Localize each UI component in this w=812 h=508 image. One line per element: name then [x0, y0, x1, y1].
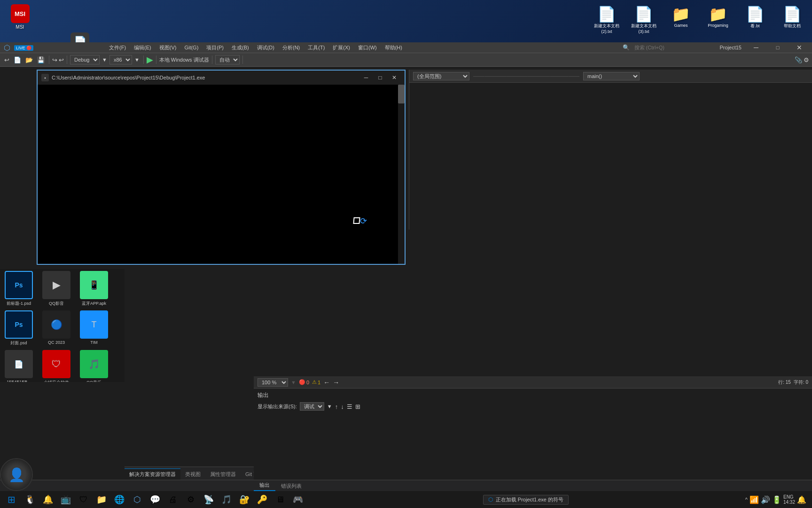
- taskbar-vscode[interactable]: ⬡: [129, 492, 146, 507]
- desktop-icons-right: 📄 新建文本文档(2).txt 📄 新建文本文档(3).txt 📁 Games …: [577, 0, 812, 39]
- tab-errors[interactable]: 错误列表: [275, 481, 307, 491]
- thumb-15e4[interactable]: 📄 15E4E1EB...: [0, 348, 38, 382]
- menu-view[interactable]: 视图(V): [156, 43, 180, 52]
- minimize-window-btn[interactable]: ─: [745, 42, 767, 53]
- error-icon: 🔴: [299, 379, 305, 385]
- start-button[interactable]: ⊞: [2, 492, 21, 507]
- output-toolbar-btn1[interactable]: ↑: [335, 403, 338, 410]
- scope-select[interactable]: (全局范围): [413, 72, 469, 80]
- desktop-icon-kandot[interactable]: 📄 看.bt: [739, 3, 772, 36]
- menu-build[interactable]: 生成(B): [228, 43, 253, 52]
- console-minimize-btn[interactable]: ─: [359, 73, 373, 82]
- thumb-huorong[interactable]: 🛡 火绒安全软件: [38, 348, 75, 382]
- menu-window[interactable]: 窗口(W): [354, 43, 381, 52]
- toolbar-attach-btn[interactable]: 📎: [795, 56, 802, 64]
- menu-edit[interactable]: 编辑(E): [130, 43, 155, 52]
- desktop-icon-games[interactable]: 📁 Games: [664, 3, 697, 36]
- taskbar-file[interactable]: 📁: [93, 492, 110, 507]
- tab-property[interactable]: 属性管理器: [205, 469, 241, 480]
- output-toolbar-btn2[interactable]: ↓: [341, 403, 344, 410]
- thumb-fengmian[interactable]: Ps 封面.psd: [0, 309, 38, 348]
- thumb-psd[interactable]: Ps 前标题-1.psd: [0, 269, 38, 309]
- desktop-icon-progaming[interactable]: 📁 Progaming: [702, 3, 734, 36]
- console-close-btn[interactable]: ✕: [388, 73, 401, 82]
- menu-help[interactable]: 帮助(H): [381, 43, 406, 52]
- taskbar-network[interactable]: 📡: [200, 492, 217, 507]
- warning-badge: ⚠ 1: [312, 379, 320, 385]
- play-debugger-btn[interactable]: ▶: [147, 55, 153, 65]
- zoom-select[interactable]: 100 %: [258, 378, 288, 387]
- tab-classview[interactable]: 类视图: [180, 469, 205, 480]
- cursor-indicator: [353, 217, 360, 224]
- toolbar-save-btn[interactable]: 💾: [36, 56, 46, 64]
- menu-analyze[interactable]: 分析(N): [279, 43, 304, 52]
- toolbar-open-btn[interactable]: 📂: [24, 56, 34, 64]
- toolbar-redo2-btn[interactable]: ↩: [59, 56, 64, 64]
- maximize-window-btn[interactable]: □: [767, 42, 789, 53]
- taskbar-key[interactable]: 🔑: [254, 492, 271, 507]
- platform-select[interactable]: x86: [109, 55, 132, 64]
- output-wrap-btn[interactable]: ⊞: [355, 403, 360, 410]
- function-select[interactable]: main(): [583, 72, 640, 80]
- loading-text: 正在加载 Project1.exe 的符号: [496, 496, 563, 503]
- tray-clock[interactable]: ENG14:32: [783, 494, 795, 505]
- console-restore-btn[interactable]: □: [374, 73, 387, 82]
- thumb-qqmusic[interactable]: ▶ QQ影音: [38, 269, 75, 309]
- taskbar-security[interactable]: 🐧: [22, 492, 39, 507]
- taskbar-lock[interactable]: 🔐: [236, 492, 253, 507]
- thumb-qqmusic2[interactable]: 🎵 QQ音乐: [75, 348, 113, 382]
- desktop-icon-new-doc2[interactable]: 📄 新建文本文档(3).txt: [627, 3, 660, 36]
- desktop-icon-new-doc1[interactable]: 📄 新建文本文档(2).txt: [590, 3, 623, 36]
- menu-tools[interactable]: 工具(T): [304, 43, 328, 52]
- auto-mode-select[interactable]: 自动: [215, 55, 240, 64]
- toolbar-new-btn[interactable]: 📄: [12, 56, 23, 64]
- taskbar-tv[interactable]: 📺: [57, 492, 74, 507]
- bottom-panel-tabs: 输出 错误列表: [254, 480, 812, 491]
- thumb-tim[interactable]: T TIM: [75, 309, 113, 348]
- nav-back-btn[interactable]: ←: [323, 379, 330, 386]
- tab-solution[interactable]: 解决方案资源管理器: [125, 468, 180, 480]
- console-scrollbar-thumb[interactable]: [398, 85, 405, 103]
- taskbar-monitor[interactable]: 🖥: [272, 492, 289, 507]
- menu-debug[interactable]: 调试(D): [253, 43, 278, 52]
- menu-extensions[interactable]: 扩展(X): [329, 43, 354, 52]
- desktop-icon-helpdoc[interactable]: 📄 帮助文档: [776, 3, 809, 36]
- desktop-icon-msi[interactable]: MSI MSI: [2, 2, 38, 32]
- toolbar-settings-btn[interactable]: ⚙: [804, 56, 809, 64]
- taskbar-chat[interactable]: 💬: [147, 492, 164, 507]
- menu-git[interactable]: Git(G): [180, 44, 202, 51]
- debug-target-label: 本地 Windows 调试器: [159, 56, 209, 64]
- output-content: 输出 显示输出来源(S): 调试 ▼ ↑ ↓ ☰ ⊞: [254, 389, 812, 480]
- notification-btn[interactable]: 🔔: [797, 495, 806, 504]
- toolbar-undo-btn[interactable]: ↩: [3, 56, 11, 64]
- tray-volume-icon[interactable]: 🔊: [761, 495, 770, 504]
- taskbar-printer[interactable]: 🖨: [164, 492, 181, 507]
- menu-project[interactable]: 项目(P): [203, 43, 227, 52]
- output-source-select[interactable]: 调试: [300, 402, 324, 411]
- vscode-live-badge[interactable]: LIVE 🔴: [14, 45, 33, 50]
- taskbar-edge[interactable]: 🌐: [111, 492, 128, 507]
- tray-network-icon[interactable]: 📶: [750, 495, 759, 504]
- nav-forward-btn[interactable]: →: [333, 379, 339, 386]
- close-window-btn[interactable]: ✕: [789, 42, 810, 53]
- error-badge: 🔴 0: [299, 379, 309, 385]
- output-clear-btn[interactable]: ☰: [347, 403, 352, 410]
- tab-output[interactable]: 输出: [254, 480, 275, 491]
- search-input[interactable]: [632, 43, 716, 52]
- toolbar-separator-1: [49, 56, 49, 64]
- search-container: 🔍: [623, 43, 716, 52]
- thumb-apk[interactable]: 📱 蓝牙APP.apk: [75, 269, 113, 309]
- menu-file[interactable]: 文件(F): [105, 43, 130, 52]
- toolbar-redo1-btn[interactable]: ↪: [52, 56, 57, 64]
- taskbar-game[interactable]: 🎮: [289, 492, 306, 507]
- console-scrollbar[interactable]: [398, 85, 405, 264]
- taskbar-bell[interactable]: 🔔: [39, 492, 56, 507]
- tray-battery-icon[interactable]: 🔋: [772, 495, 781, 504]
- thumb-qc2023[interactable]: 🔵 QC 2023: [38, 309, 75, 348]
- taskbar-qqmusic[interactable]: 🎵: [218, 492, 235, 507]
- left-statusbar: [0, 480, 254, 491]
- taskbar-shield[interactable]: 🛡: [75, 492, 92, 507]
- taskbar-settings[interactable]: ⚙: [182, 492, 199, 507]
- build-config-select[interactable]: Debug: [70, 55, 100, 64]
- tray-expand-btn[interactable]: ^: [745, 497, 748, 502]
